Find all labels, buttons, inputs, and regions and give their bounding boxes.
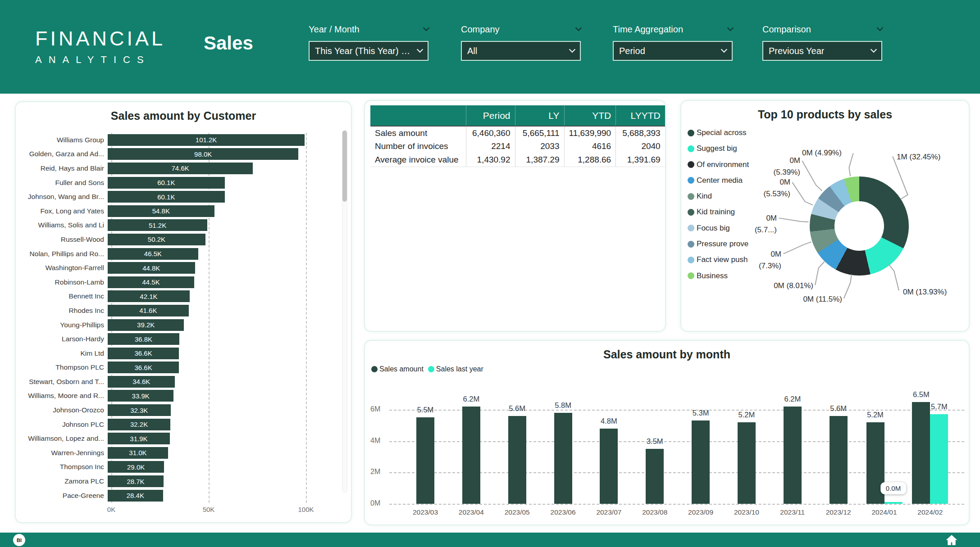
filter-time-aggregation-label: Time Aggregation bbox=[613, 24, 683, 35]
customer-bar-track: 101.2K bbox=[108, 134, 337, 146]
bar-sales-amount[interactable] bbox=[508, 416, 526, 504]
chevron-down-icon[interactable] bbox=[575, 25, 582, 31]
filter-comparison-select[interactable]: Previous Year bbox=[762, 41, 882, 61]
customer-bar[interactable]: 32.3K bbox=[108, 404, 171, 416]
kpi-value: 11,639,990 bbox=[564, 126, 616, 140]
customer-bar[interactable]: 28.7K bbox=[108, 475, 164, 487]
scrollbar-track[interactable] bbox=[342, 130, 347, 493]
customer-bar[interactable]: 101.2K bbox=[108, 134, 305, 146]
bar-sales-amount[interactable] bbox=[462, 407, 480, 504]
customer-bar[interactable]: 46.5K bbox=[108, 248, 198, 260]
customer-bar[interactable]: 33.9K bbox=[108, 390, 173, 402]
filter-year-month-select[interactable]: This Year (This Year) + Las... bbox=[309, 41, 428, 61]
customer-chart: Williams Group101.2KGolden, Garza and Ad… bbox=[16, 133, 337, 503]
customer-bar[interactable]: 74.6K bbox=[108, 163, 253, 174]
bar-sales-amount[interactable] bbox=[554, 413, 572, 504]
logo-line2: ANALYTICS bbox=[35, 54, 145, 66]
bar-sales-amount[interactable] bbox=[830, 416, 848, 504]
donut-legend-item[interactable]: Of environment bbox=[688, 160, 749, 170]
chevron-down-icon[interactable] bbox=[727, 25, 734, 31]
x-axis-tick-label: 2023/06 bbox=[551, 508, 576, 516]
filter-company: Company All bbox=[461, 23, 581, 61]
customer-bar-value: 51.2K bbox=[149, 222, 166, 229]
customer-bar[interactable]: 31.9K bbox=[108, 433, 170, 444]
customer-bar-track: 32.2K bbox=[108, 419, 337, 430]
donut-legend-item[interactable]: Suggest big bbox=[688, 144, 749, 154]
customer-bar[interactable]: 44.5K bbox=[108, 276, 194, 288]
customer-row: Johnson-Orozco32.3K bbox=[16, 403, 337, 417]
chevron-down-icon[interactable] bbox=[423, 25, 429, 31]
donut-legend-item[interactable]: Center media bbox=[688, 176, 749, 185]
donut-legend-label: Center media bbox=[697, 176, 743, 185]
donut-legend-item[interactable]: Kind bbox=[688, 191, 749, 201]
bar-sales-last-year[interactable] bbox=[930, 414, 948, 504]
x-axis-tick-label: 100K bbox=[298, 506, 314, 513]
kpi-row-label: Number of invoices bbox=[370, 140, 466, 153]
bar-sales-amount[interactable] bbox=[912, 402, 930, 504]
donut-legend-item[interactable]: Pressure prove bbox=[688, 239, 749, 249]
customer-bar-value: 32.3K bbox=[130, 407, 148, 414]
customer-row: Pace-Greene28.4K bbox=[16, 488, 337, 503]
customer-bar[interactable]: 60.1K bbox=[108, 191, 225, 203]
donut-legend-item[interactable]: Business bbox=[688, 271, 749, 281]
customer-label: Golden, Garza and Ad... bbox=[16, 150, 108, 158]
filter-year-month-value: This Year (This Year) + Las... bbox=[315, 46, 414, 56]
bar-sales-amount[interactable] bbox=[600, 429, 618, 504]
customer-bar[interactable]: 36.8K bbox=[108, 333, 179, 345]
bar-sales-amount[interactable] bbox=[738, 422, 756, 504]
bar-sales-last-year[interactable] bbox=[884, 502, 903, 504]
donut-legend-item[interactable]: Kid training bbox=[688, 207, 749, 217]
customer-row: Stewart, Osborn and T...34.6K bbox=[16, 375, 337, 389]
donut-legend-label: Special across bbox=[697, 128, 747, 137]
customer-bar[interactable]: 36.6K bbox=[108, 348, 179, 359]
x-axis-tick-label: 2023/03 bbox=[413, 508, 438, 516]
bar-sales-amount[interactable] bbox=[646, 449, 664, 504]
customer-bar-value: 46.5K bbox=[144, 250, 162, 258]
customer-bar[interactable]: 50.2K bbox=[108, 234, 205, 245]
donut-callout: 0M (13.93%) bbox=[903, 286, 957, 298]
customer-label: Young-Phillips bbox=[16, 321, 108, 329]
donut-legend-label: Suggest big bbox=[697, 144, 737, 153]
customer-bar[interactable]: 36.6K bbox=[108, 362, 179, 373]
customer-bar[interactable]: 34.6K bbox=[108, 376, 175, 388]
customer-bar[interactable]: 39.2K bbox=[108, 319, 184, 331]
customer-bar[interactable]: 41.6K bbox=[108, 305, 189, 316]
customer-bar[interactable]: 60.1K bbox=[108, 177, 225, 189]
x-axis-tick-label: 2023/11 bbox=[780, 508, 805, 516]
bar-sales-amount[interactable] bbox=[416, 417, 434, 504]
customer-label: Johnson PLC bbox=[16, 420, 108, 429]
donut-legend-item[interactable]: Fact view push bbox=[688, 255, 749, 265]
customer-bar[interactable]: 98.0K bbox=[108, 148, 298, 160]
filter-year-month: Year / Month This Year (This Year) + Las… bbox=[309, 23, 428, 61]
bar-sales-amount[interactable] bbox=[784, 407, 802, 504]
scrollbar-thumb[interactable] bbox=[342, 131, 347, 202]
kpi-value: 1,430.92 bbox=[466, 153, 515, 167]
customer-bar-value: 28.7K bbox=[127, 478, 144, 485]
bar-value-label: 5.6M bbox=[509, 404, 525, 413]
home-icon[interactable] bbox=[945, 534, 958, 546]
powerbi-badge[interactable]: BI bbox=[13, 534, 25, 546]
customer-bar[interactable]: 44.8K bbox=[108, 262, 195, 274]
customer-row: Young-Phillips39.2K bbox=[16, 318, 337, 332]
donut-legend-item[interactable]: Focus big bbox=[688, 223, 749, 233]
customer-bar[interactable]: 28.4K bbox=[108, 490, 163, 502]
customer-bar-value: 31.9K bbox=[130, 435, 147, 443]
customer-bar[interactable]: 51.2K bbox=[108, 219, 207, 231]
filter-time-aggregation-select[interactable]: Period bbox=[613, 41, 733, 61]
bar-value-label: 4.8M bbox=[601, 417, 617, 425]
donut-chart[interactable] bbox=[810, 176, 909, 276]
customer-label: Williams Group bbox=[16, 136, 108, 144]
x-axis-tick-label: 2023/04 bbox=[459, 508, 484, 516]
chevron-down-icon[interactable] bbox=[877, 25, 883, 31]
customer-bar[interactable]: 42.1K bbox=[108, 290, 190, 302]
customer-bar[interactable]: 29.0K bbox=[108, 461, 164, 473]
customer-bar[interactable]: 31.0K bbox=[108, 447, 168, 459]
customer-bar-track: 46.5K bbox=[108, 248, 337, 260]
filter-company-select[interactable]: All bbox=[461, 41, 581, 61]
customer-bar[interactable]: 54.8K bbox=[108, 205, 214, 217]
customer-bar-value: 42.1K bbox=[140, 293, 157, 300]
donut-legend-item[interactable]: Special across bbox=[688, 128, 749, 138]
customer-bar[interactable]: 32.2K bbox=[108, 419, 170, 430]
bar-sales-amount[interactable] bbox=[692, 420, 710, 504]
customer-bar-value: 98.0K bbox=[194, 150, 212, 158]
